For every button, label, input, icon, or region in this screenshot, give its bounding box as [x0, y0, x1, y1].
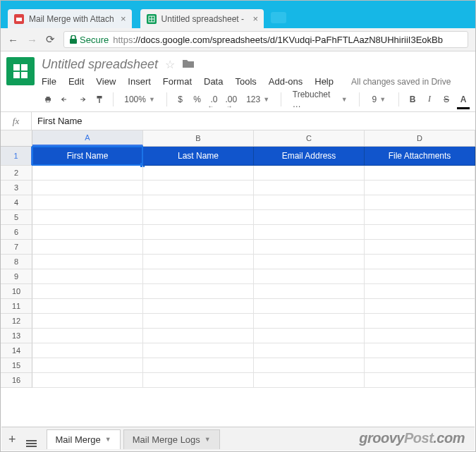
menu-file[interactable]: File	[42, 76, 56, 87]
row-header[interactable]: 12	[1, 314, 32, 329]
cell[interactable]	[254, 181, 365, 195]
row-header[interactable]: 16	[1, 373, 32, 388]
select-all-corner[interactable]	[1, 130, 32, 146]
cell[interactable]	[365, 343, 475, 358]
cell[interactable]	[143, 166, 254, 181]
cell[interactable]	[365, 329, 475, 343]
header-cell[interactable]: First Name	[32, 147, 143, 166]
print-icon[interactable]	[42, 91, 54, 108]
cell[interactable]	[143, 255, 254, 269]
font-size-dropdown[interactable]: 9▼	[366, 91, 391, 108]
column-header[interactable]: B	[143, 130, 254, 146]
paint-format-icon[interactable]	[93, 91, 106, 108]
cell[interactable]	[143, 195, 254, 210]
cell[interactable]	[32, 255, 143, 269]
increase-decimal-button[interactable]: .00→	[225, 91, 238, 108]
cell[interactable]	[254, 373, 365, 388]
new-tab-button[interactable]	[271, 12, 286, 23]
cell[interactable]	[143, 210, 254, 225]
sheets-logo-icon[interactable]	[6, 57, 35, 85]
close-icon[interactable]: ×	[121, 14, 126, 23]
cell[interactable]	[143, 299, 254, 314]
row-header[interactable]: 7	[1, 240, 32, 255]
cell[interactable]	[32, 314, 143, 329]
decrease-decimal-button[interactable]: .0←	[208, 91, 221, 108]
strikethrough-button[interactable]: S	[440, 91, 453, 108]
cell[interactable]	[254, 343, 365, 358]
cell[interactable]	[32, 299, 143, 314]
cell[interactable]	[32, 269, 143, 284]
zoom-dropdown[interactable]: 100%▼	[120, 91, 159, 108]
cell[interactable]	[365, 225, 475, 240]
row-header[interactable]: 5	[1, 210, 32, 225]
more-formats-dropdown[interactable]: 123▼	[242, 91, 274, 108]
format-currency-button[interactable]: $	[174, 91, 187, 108]
cell[interactable]	[32, 329, 143, 343]
cell[interactable]	[32, 225, 143, 240]
cell[interactable]	[143, 269, 254, 284]
row-header[interactable]: 3	[1, 181, 32, 195]
cell[interactable]	[32, 240, 143, 255]
cell[interactable]	[143, 181, 254, 195]
cell[interactable]	[365, 284, 475, 299]
cell[interactable]	[32, 166, 143, 181]
cell[interactable]	[254, 210, 365, 225]
cell[interactable]	[143, 225, 254, 240]
row-header[interactable]: 11	[1, 299, 32, 314]
cell[interactable]	[32, 195, 143, 210]
cell[interactable]	[365, 299, 475, 314]
cell[interactable]	[143, 240, 254, 255]
cell[interactable]	[365, 210, 475, 225]
fx-label[interactable]: fx	[1, 112, 32, 130]
row-header[interactable]: 8	[1, 255, 32, 269]
row-header[interactable]: 10	[1, 284, 32, 299]
cell[interactable]	[254, 329, 365, 343]
cell[interactable]	[365, 195, 475, 210]
cell[interactable]	[143, 329, 254, 343]
menu-format[interactable]: Format	[163, 76, 192, 87]
back-icon[interactable]: ←	[8, 34, 18, 46]
header-cell[interactable]: Email Address	[254, 147, 365, 166]
menu-view[interactable]: View	[96, 76, 116, 87]
header-cell[interactable]: File Attachments	[365, 147, 475, 166]
cell[interactable]	[32, 343, 143, 358]
row-header[interactable]: 13	[1, 329, 32, 343]
menu-addons[interactable]: Add-ons	[269, 76, 303, 87]
cell[interactable]	[254, 225, 365, 240]
italic-button[interactable]: I	[423, 91, 436, 108]
row-header[interactable]: 15	[1, 358, 32, 373]
menu-edit[interactable]: Edit	[68, 76, 84, 87]
star-icon[interactable]: ☆	[165, 58, 175, 71]
row-header[interactable]: 6	[1, 225, 32, 240]
cell[interactable]	[32, 284, 143, 299]
sheet-tab[interactable]: Mail Merge Logs▼	[123, 429, 220, 449]
cell[interactable]	[143, 358, 254, 373]
cell[interactable]	[32, 373, 143, 388]
cell[interactable]	[365, 255, 475, 269]
cell[interactable]	[254, 284, 365, 299]
row-header[interactable]: 9	[1, 269, 32, 284]
cell[interactable]	[254, 314, 365, 329]
cell[interactable]	[254, 195, 365, 210]
cell[interactable]	[143, 284, 254, 299]
menu-tools[interactable]: Tools	[235, 76, 256, 87]
browser-tab-spreadsheet[interactable]: Untitled spreadsheet - Go ×	[140, 9, 264, 28]
cell[interactable]	[365, 373, 475, 388]
cell[interactable]	[254, 166, 365, 181]
document-title[interactable]: Untitled spreadsheet	[42, 57, 158, 72]
sheet-tab[interactable]: Mail Merge▼	[47, 429, 121, 449]
menu-data[interactable]: Data	[204, 76, 223, 87]
cell[interactable]	[254, 299, 365, 314]
cell[interactable]	[254, 240, 365, 255]
cell[interactable]	[365, 240, 475, 255]
cell[interactable]	[365, 358, 475, 373]
browser-tab-mail-merge[interactable]: Mail Merge with Attachm ×	[8, 9, 132, 28]
undo-icon[interactable]	[59, 91, 71, 108]
cell[interactable]	[143, 373, 254, 388]
bold-button[interactable]: B	[406, 91, 419, 108]
cell[interactable]	[254, 255, 365, 269]
cell[interactable]	[254, 269, 365, 284]
menu-help[interactable]: Help	[315, 76, 334, 87]
column-header[interactable]: C	[254, 130, 365, 146]
header-cell[interactable]: Last Name	[143, 147, 254, 166]
